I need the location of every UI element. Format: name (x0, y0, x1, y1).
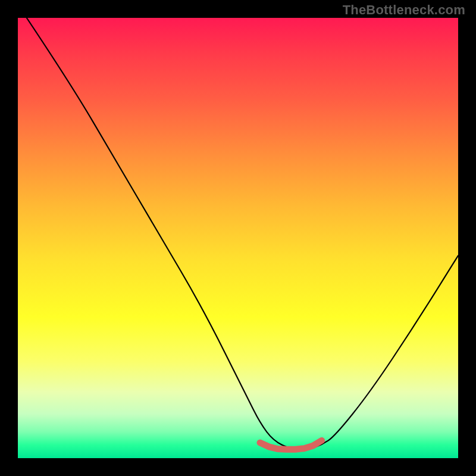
optimal-range-marker (260, 440, 322, 449)
curve-layer (18, 18, 458, 458)
chart-container: TheBottleneck.com (0, 0, 476, 476)
watermark-text: TheBottleneck.com (343, 2, 465, 18)
plot-area (18, 18, 458, 458)
bottleneck-curve (27, 18, 458, 449)
